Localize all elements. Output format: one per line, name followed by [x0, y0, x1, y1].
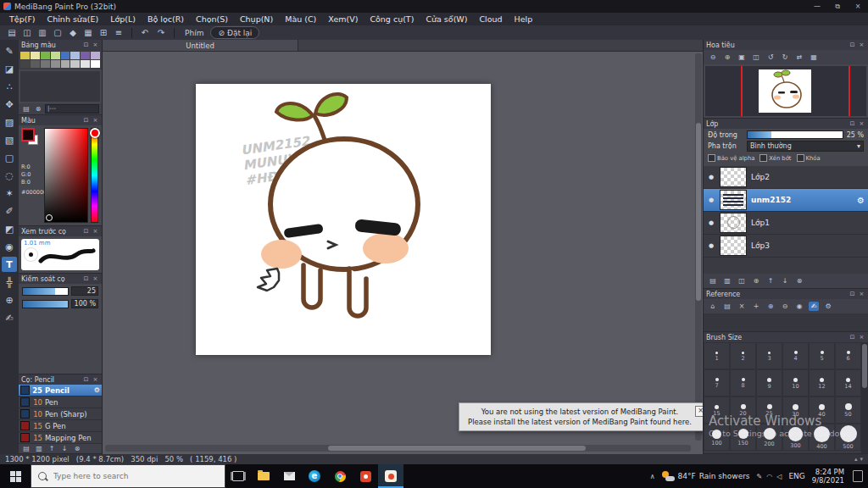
layer-option-2[interactable]: Khóa — [797, 154, 821, 162]
text-tool[interactable]: T — [2, 257, 17, 272]
panel-float-icon[interactable]: ⊡ — [82, 228, 90, 235]
brush-size-option-200[interactable]: 200 — [756, 424, 782, 451]
fill-tool[interactable]: ▨ — [2, 114, 17, 130]
brush-item[interactable]: 15G Pen — [19, 420, 102, 432]
palette-swatch[interactable] — [41, 52, 50, 59]
palette-swatch[interactable] — [70, 60, 80, 68]
canvas-horizontal-scrollbar[interactable] — [105, 445, 691, 452]
ref-clear-icon[interactable]: × — [737, 302, 747, 311]
palette-swatch[interactable] — [20, 52, 30, 59]
dialog-close-icon[interactable]: × — [695, 406, 703, 417]
delete-brush-icon[interactable]: ⊗ — [72, 444, 82, 453]
brush-size-scrollbar[interactable] — [861, 342, 868, 453]
palette-swatch[interactable] — [91, 60, 100, 68]
brush-size-option-3[interactable]: 3 — [756, 342, 782, 369]
brush-size-option-500[interactable]: 500 — [835, 424, 861, 451]
brush-size-option-5[interactable]: 5 — [809, 342, 835, 369]
menu-item-11[interactable]: Help — [509, 14, 539, 24]
volume-tray-icon[interactable]: ◁ — [776, 473, 782, 480]
palette-swatch[interactable] — [41, 60, 50, 68]
panel-float-icon[interactable]: ⊡ — [849, 120, 856, 127]
drawing-canvas[interactable]: UNM2152 MUNUWU #HĐ247 — [196, 84, 491, 355]
undo-icon[interactable]: ↶ — [138, 27, 152, 39]
brush-settings-icon[interactable]: ⚙ — [94, 386, 100, 394]
layer-option-1[interactable]: Xén bớt — [760, 154, 791, 162]
message-icon[interactable]: ▢ — [51, 27, 64, 39]
panel-close-icon[interactable]: × — [92, 376, 99, 383]
menu-item-10[interactable]: Cloud — [473, 14, 508, 24]
foreground-color-swatch[interactable] — [21, 128, 35, 141]
palette-name-field[interactable]: |--- — [45, 104, 99, 114]
menu-item-3[interactable]: Bộ lọc(R) — [142, 14, 190, 24]
new-file-icon[interactable]: ▤ — [5, 27, 19, 39]
move-tool[interactable]: ✥ — [2, 97, 17, 112]
brush-size-option-30[interactable]: 30 — [782, 396, 809, 424]
redo-icon[interactable]: ↷ — [154, 27, 168, 39]
magic-wand-tool[interactable]: ✶ — [2, 186, 17, 201]
ref-settings-icon[interactable]: ⚙ — [823, 302, 833, 311]
taskbar-app-red[interactable] — [353, 464, 378, 488]
brush-down-icon[interactable]: ↓ — [59, 444, 70, 453]
merge-down-icon[interactable]: ⊕ — [751, 276, 761, 286]
select-tool[interactable]: ▢ — [2, 150, 17, 165]
layer-item[interactable]: ●unm2152⚙ — [704, 189, 868, 212]
foreground-background-swatches[interactable] — [21, 128, 40, 147]
taskbar-search[interactable] — [31, 464, 225, 488]
menu-item-1[interactable]: Chỉnh sửa(E) — [42, 14, 105, 24]
add-folder-icon[interactable]: ▥ — [722, 276, 732, 286]
taskbar-edge[interactable]: e — [302, 464, 327, 488]
brush-size-option-50[interactable]: 50 — [835, 396, 861, 424]
menu-item-7[interactable]: Xem(V) — [322, 14, 364, 24]
select-eraser-tool[interactable]: ◩ — [2, 221, 17, 236]
brush-item[interactable]: 10Pen (Sharp) — [19, 408, 102, 420]
canvas-vertical-scrollbar[interactable] — [695, 53, 702, 441]
nav-zoom-out-icon[interactable]: ⊖ — [708, 53, 718, 62]
panel-close-icon[interactable]: × — [92, 117, 99, 124]
hue-slider[interactable] — [91, 128, 98, 223]
eyedropper-tool[interactable]: ◉ — [2, 239, 17, 254]
brush-size-option-20[interactable]: 20 — [730, 396, 756, 424]
brush-opacity-slider[interactable] — [22, 300, 69, 308]
document-tab[interactable]: Untitled — [103, 40, 298, 51]
menu-item-4[interactable]: Chọn(S) — [190, 14, 234, 24]
nav-rotate-left-icon[interactable]: ↺ — [765, 53, 776, 62]
brush-size-option-300[interactable]: 300 — [782, 424, 809, 451]
open-file-icon[interactable]: ▥ — [36, 27, 49, 39]
panel-close-icon[interactable]: × — [92, 42, 99, 48]
layer-down-icon[interactable]: ↓ — [780, 276, 790, 286]
nav-fit-icon[interactable]: ▣ — [737, 53, 747, 62]
tray-expand-icon[interactable]: ∧ — [650, 473, 655, 480]
panel-float-icon[interactable]: ⊡ — [849, 42, 856, 48]
palette-swatch[interactable] — [91, 52, 100, 59]
layer-visibility-icon[interactable]: ● — [707, 219, 715, 226]
divide-tool[interactable]: ╬ — [2, 274, 17, 290]
panel-close-icon[interactable]: × — [858, 120, 865, 127]
color-window-icon[interactable]: ◆ — [66, 27, 80, 39]
layer-option-0[interactable]: Bảo vệ alpha — [708, 154, 754, 162]
start-button[interactable] — [0, 464, 31, 488]
layer-visibility-icon[interactable]: ● — [707, 174, 715, 180]
menu-item-5[interactable]: Chụp(N) — [234, 14, 279, 24]
palette-swatch[interactable] — [70, 52, 80, 59]
navigator-preview[interactable] — [705, 66, 866, 116]
panel-float-icon[interactable]: ⊡ — [849, 291, 856, 297]
add-palette-color-icon[interactable]: ▤ — [21, 104, 31, 114]
scrollbar-thumb[interactable] — [328, 446, 586, 451]
panel-close-icon[interactable]: × — [858, 291, 865, 297]
palette-swatch[interactable] — [31, 52, 40, 59]
ref-hand-icon[interactable]: ✍ — [809, 302, 819, 311]
brush-size-option-7[interactable]: 7 — [704, 369, 730, 396]
palette-swatch[interactable] — [51, 60, 60, 68]
menu-item-6[interactable]: Màu (C) — [279, 14, 322, 24]
brush-up-icon[interactable]: ↑ — [47, 444, 57, 453]
nav-actual-size-icon[interactable]: ◫ — [751, 53, 761, 62]
layer-item[interactable]: ●Lớp2 — [704, 166, 868, 189]
taskbar-mail[interactable] — [276, 464, 302, 488]
duplicate-layer-icon[interactable]: ◫ — [737, 276, 747, 286]
close-button-icon[interactable]: × — [848, 0, 868, 13]
ref-zoom-in-icon[interactable]: ⊕ — [765, 302, 776, 311]
palette-swatch[interactable] — [81, 52, 90, 59]
menu-item-9[interactable]: Cửa sổ(W) — [420, 14, 473, 24]
network-tray-icon[interactable]: ◠ — [766, 473, 772, 480]
nav-rotate-right-icon[interactable]: ↻ — [780, 53, 790, 62]
